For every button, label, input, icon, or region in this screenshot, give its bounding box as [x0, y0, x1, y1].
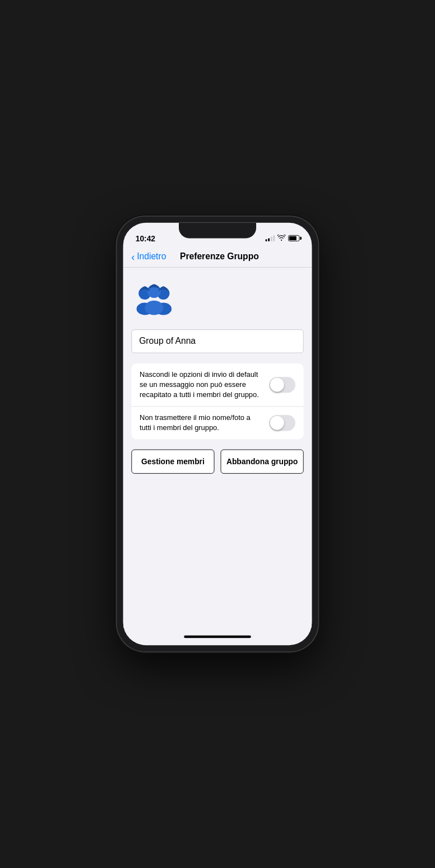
chevron-left-icon: ‹ [131, 251, 135, 262]
back-button[interactable]: ‹ Indietro [131, 251, 166, 262]
dont-share-name-row: Non trasmettere il mio nome/foto a tutti… [131, 407, 303, 439]
dont-share-name-label: Non trasmettere il mio nome/foto a tutti… [140, 413, 263, 433]
toggle-knob [270, 378, 284, 392]
status-time: 10:42 [136, 234, 155, 243]
phone-frame: 10:42 [117, 217, 318, 651]
back-label: Indietro [137, 251, 166, 262]
notch [179, 223, 256, 239]
signal-icon [266, 235, 275, 241]
toggle-section: Nascondi le opzioni di invio di default … [131, 363, 303, 439]
leave-group-button[interactable]: Abbandona gruppo [221, 450, 304, 474]
phone-screen: 10:42 [123, 223, 312, 645]
group-avatar-icon[interactable] [133, 280, 175, 321]
manage-members-button[interactable]: Gestione membri [131, 450, 214, 474]
group-name-input[interactable] [131, 329, 303, 353]
svg-point-5 [145, 301, 163, 315]
hide-send-options-label: Nascondi le opzioni di invio di default … [140, 370, 263, 400]
dont-share-name-toggle[interactable] [269, 415, 295, 431]
home-indicator [123, 628, 312, 645]
hide-send-options-row: Nascondi le opzioni di invio di default … [131, 363, 303, 407]
action-buttons: Gestione membri Abbandona gruppo [131, 450, 303, 474]
nav-bar: ‹ Indietro Preferenze Gruppo [123, 249, 312, 268]
wifi-icon [277, 234, 286, 242]
home-bar [184, 635, 251, 638]
battery-icon [288, 235, 299, 241]
toggle-knob-2 [270, 416, 284, 430]
status-icons [266, 234, 300, 242]
page-title: Preferenze Gruppo [166, 251, 272, 262]
group-icon-container [131, 276, 303, 330]
hide-send-options-toggle[interactable] [269, 377, 295, 393]
content-area: Nascondi le opzioni di invio di default … [123, 268, 312, 628]
